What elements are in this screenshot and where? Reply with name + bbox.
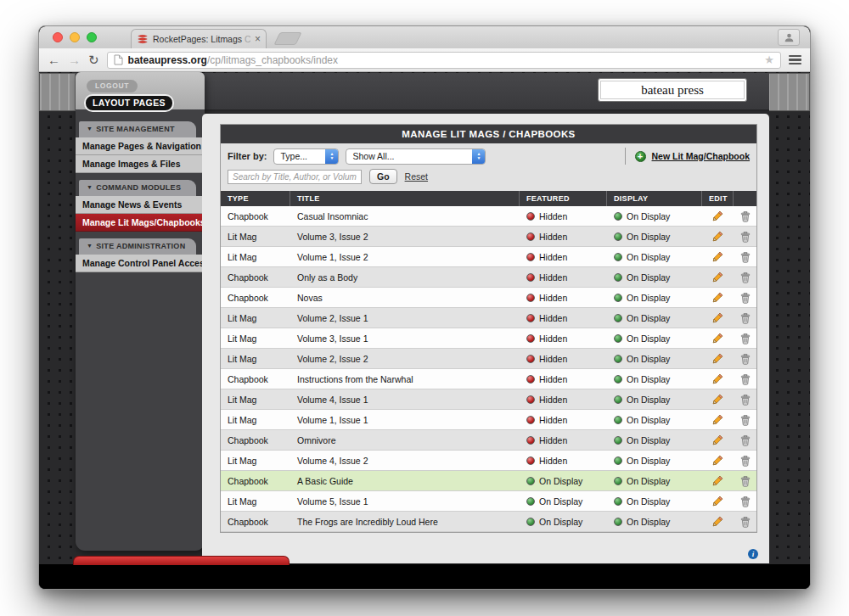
forward-button[interactable]: → <box>68 53 81 66</box>
delete-trash-button[interactable] <box>734 455 756 467</box>
sidebar-item-manage-images[interactable]: Manage Images & Files <box>76 155 205 173</box>
table-row[interactable]: Chapbook Casual Insomniac Hidden On Disp… <box>221 206 756 227</box>
bookmark-star-icon[interactable]: ★ <box>764 55 774 65</box>
table-row[interactable]: Lit Mag Volume 5, Issue 1 On Display On … <box>221 491 756 512</box>
featured-status-icon <box>526 477 535 485</box>
sidebar-item-manage-litmags[interactable]: Manage Lit Mags/Chapbooks <box>76 214 205 232</box>
cell-type: Lit Mag <box>221 415 290 425</box>
zoom-window-button[interactable] <box>87 32 97 42</box>
table-row[interactable]: Lit Mag Volume 2, Issue 1 Hidden On Disp… <box>221 308 756 328</box>
edit-pencil-button[interactable] <box>702 434 734 445</box>
reload-button[interactable]: ↻ <box>88 53 99 66</box>
edit-pencil-button[interactable] <box>702 292 734 303</box>
cell-featured: Hidden <box>520 272 607 283</box>
cell-display: On Display <box>607 456 702 466</box>
delete-trash-button[interactable] <box>734 516 756 528</box>
edit-pencil-button[interactable] <box>702 496 734 507</box>
featured-status-icon <box>526 395 535 404</box>
edit-pencil-button[interactable] <box>702 455 734 466</box>
reset-link[interactable]: Reset <box>405 171 428 182</box>
sidebar-section-command-modules[interactable]: ▼COMMAND MODULES <box>79 180 196 196</box>
close-window-button[interactable] <box>53 32 63 42</box>
delete-trash-button[interactable] <box>734 475 756 487</box>
table-row[interactable]: Lit Mag Volume 4, Issue 2 Hidden On Disp… <box>221 451 756 471</box>
edit-pencil-button[interactable] <box>702 231 734 242</box>
featured-status-icon <box>526 273 535 282</box>
address-bar[interactable]: bateaupress.org/cp/litmags_chapbooks/ind… <box>107 52 781 69</box>
browser-tab-active[interactable]: RocketPages: Litmags Cha × <box>131 29 267 48</box>
search-input[interactable] <box>228 170 362 184</box>
chrome-menu-icon[interactable] <box>789 55 801 65</box>
info-icon[interactable]: i <box>748 549 758 559</box>
delete-trash-button[interactable] <box>734 251 756 263</box>
edit-pencil-button[interactable] <box>702 272 734 283</box>
cell-featured: Hidden <box>520 293 607 303</box>
edit-pencil-button[interactable] <box>702 353 734 364</box>
table-row[interactable]: Chapbook Omnivore Hidden On Display <box>221 430 756 451</box>
table-row[interactable]: Lit Mag Volume 3, Issue 1 Hidden On Disp… <box>221 328 756 349</box>
column-header-edit: EDIT <box>702 191 734 206</box>
featured-status-icon <box>526 294 535 302</box>
delete-trash-button[interactable] <box>734 496 756 507</box>
edit-pencil-button[interactable] <box>702 251 734 262</box>
display-status-icon <box>614 477 622 485</box>
edit-pencil-button[interactable] <box>702 333 734 344</box>
cell-featured: On Display <box>520 476 607 486</box>
url-text: bateaupress.org/cp/litmags_chapbooks/ind… <box>128 54 338 66</box>
new-tab-button[interactable] <box>273 32 301 45</box>
display-status-icon <box>614 334 622 343</box>
delete-trash-button[interactable] <box>734 312 756 324</box>
table-row[interactable]: Chapbook Instructions from the Narwhal H… <box>221 369 756 389</box>
cell-type: Lit Mag <box>221 395 290 405</box>
table-row[interactable]: Chapbook Novas Hidden On Display <box>221 288 756 308</box>
tab-close-icon[interactable]: × <box>255 35 261 43</box>
edit-pencil-button[interactable] <box>702 312 734 323</box>
table-row[interactable]: Chapbook A Basic Guide On Display On Dis… <box>221 471 756 491</box>
sidebar-menu: ▼SITE MANAGEMENT Manage Pages & Navigati… <box>76 109 205 272</box>
delete-trash-button[interactable] <box>734 394 756 406</box>
column-header-trash <box>734 191 756 206</box>
back-button[interactable]: ← <box>48 53 60 66</box>
table-row[interactable]: Lit Mag Volume 3, Issue 2 Hidden On Disp… <box>221 227 756 247</box>
edit-pencil-button[interactable] <box>702 210 734 221</box>
type-filter-select[interactable]: Type... ▲▼ <box>273 148 339 165</box>
window-controls <box>53 32 97 42</box>
new-litmag-link[interactable]: New Lit Mag/Chapbook <box>652 151 751 161</box>
sidebar-section-site-administration[interactable]: ▼SITE ADMINISTRATION <box>79 238 196 255</box>
delete-trash-button[interactable] <box>734 272 756 283</box>
delete-trash-button[interactable] <box>734 333 756 344</box>
delete-trash-button[interactable] <box>734 434 756 446</box>
table-row[interactable]: Chapbook The Frogs are Incredibly Loud H… <box>221 512 756 532</box>
go-button[interactable]: Go <box>369 169 397 184</box>
edit-pencil-button[interactable] <box>702 394 734 405</box>
cell-type: Chapbook <box>221 517 290 527</box>
table-row[interactable]: Lit Mag Volume 1, Issue 1 Hidden On Disp… <box>221 410 756 430</box>
minimize-window-button[interactable] <box>70 32 80 42</box>
table-row[interactable]: Lit Mag Volume 2, Issue 2 Hidden On Disp… <box>221 349 756 369</box>
cell-featured: Hidden <box>520 374 607 384</box>
edit-pencil-button[interactable] <box>702 516 734 527</box>
delete-trash-button[interactable] <box>734 231 756 243</box>
edit-pencil-button[interactable] <box>702 475 734 486</box>
sidebar-item-manage-control-panel[interactable]: Manage Control Panel Access <box>76 255 205 272</box>
delete-trash-button[interactable] <box>734 353 756 365</box>
delete-trash-button[interactable] <box>734 292 756 304</box>
delete-trash-button[interactable] <box>734 414 756 426</box>
sidebar-group-site-administration: ▼SITE ADMINISTRATION Manage Control Pane… <box>76 238 205 272</box>
table-row[interactable]: Lit Mag Volume 4, Issue 1 Hidden On Disp… <box>221 389 756 410</box>
delete-trash-button[interactable] <box>734 373 756 385</box>
sidebar-item-manage-news[interactable]: Manage News & Events <box>76 196 205 214</box>
table-row[interactable]: Chapbook Only as a Body Hidden On Displa… <box>221 267 756 288</box>
sidebar-section-site-management[interactable]: ▼SITE MANAGEMENT <box>79 121 196 137</box>
cell-type: Lit Mag <box>221 313 290 323</box>
filter-by-label: Filter by: <box>228 151 267 161</box>
delete-trash-button[interactable] <box>734 210 756 222</box>
edit-pencil-button[interactable] <box>702 414 734 425</box>
sidebar-item-manage-pages[interactable]: Manage Pages & Navigation <box>76 137 205 155</box>
edit-pencil-button[interactable] <box>702 373 734 384</box>
logout-button[interactable]: LOGOUT <box>87 80 138 92</box>
table-row[interactable]: Lit Mag Volume 1, Issue 2 Hidden On Disp… <box>221 247 756 267</box>
show-filter-select[interactable]: Show All... ▲▼ <box>346 148 486 165</box>
profile-button[interactable] <box>778 29 800 46</box>
cell-featured: On Display <box>520 496 607 507</box>
